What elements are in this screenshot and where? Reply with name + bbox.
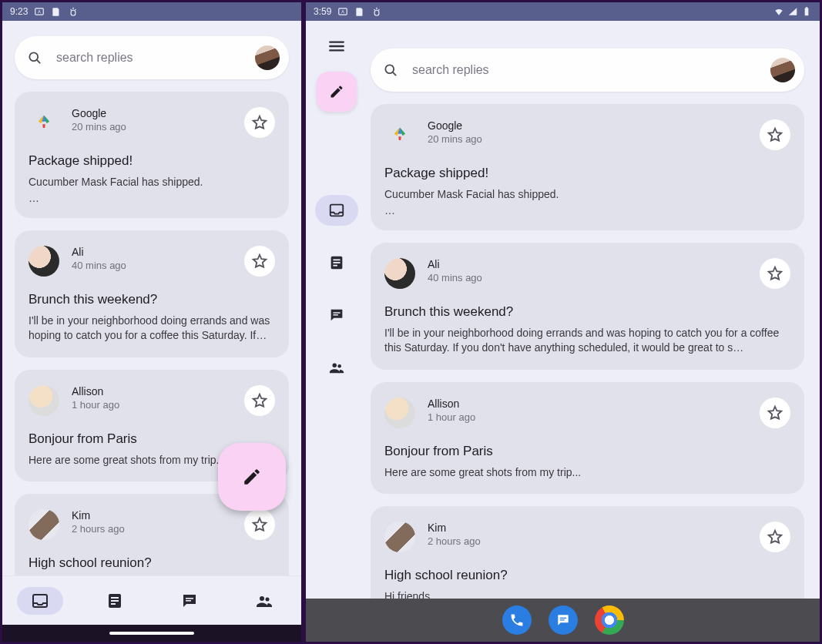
captions-icon: A [337,6,348,17]
signal-icon [787,6,798,17]
wifi-icon [773,6,784,17]
svg-rect-24 [333,259,340,260]
debug-icon [371,6,382,17]
sender-avatar [384,522,415,552]
svg-text:A: A [342,9,345,14]
email-body: Here are some great shots from my trip..… [384,465,790,481]
email-card[interactable]: Google 20 mins ago Package shipped! Cucu… [371,104,804,230]
email-card[interactable]: Google 20 mins ago Package shipped! Cucu… [15,92,289,218]
email-sender: Allison [72,385,244,397]
status-time: 3:59 [314,6,331,17]
svg-rect-25 [333,262,340,263]
nav-groups[interactable] [226,576,301,625]
sd-card-icon [354,6,365,17]
email-time: 20 mins ago [428,133,760,145]
debug-icon [68,6,79,17]
battery-icon [801,6,812,17]
sender-avatar [29,246,59,277]
svg-point-29 [333,364,337,368]
status-time: 9:23 [10,6,28,17]
star-button[interactable] [244,509,275,540]
sender-avatar [384,258,415,289]
google-icon [384,119,415,150]
svg-rect-2 [71,10,75,15]
star-button[interactable] [244,246,275,277]
nav-articles[interactable] [77,576,152,625]
rail-messages[interactable] [315,300,358,330]
email-card[interactable]: Ali 40 mins ago Brunch this weekend? I'l… [371,243,804,370]
svg-rect-33 [559,618,565,619]
edit-icon [329,84,344,99]
email-card[interactable]: Ali 40 mins ago Brunch this weekend? I'l… [15,230,289,357]
email-time: 20 mins ago [72,121,244,132]
article-icon [328,254,345,271]
email-subject: High school reunion? [29,555,275,571]
article-icon [106,592,124,610]
rail-articles[interactable] [315,247,358,278]
email-body: I'll be in your neighborhood doing erran… [384,326,790,356]
chrome-app[interactable] [595,605,624,635]
sender-avatar [29,509,59,540]
phone-frame: 9:23 A search replies [0,0,304,644]
message-icon [555,612,571,628]
sd-card-icon [51,6,62,17]
svg-rect-16 [374,10,379,15]
tablet-frame: 3:59 A [304,0,822,644]
svg-rect-11 [186,600,191,602]
star-button[interactable] [760,119,790,150]
home-handle[interactable] [109,632,194,635]
email-body: Cucumber Mask Facial has shipped. [29,175,275,190]
inbox-icon [328,202,345,219]
email-subject: Bonjour from Paris [384,444,790,459]
email-time: 40 mins ago [72,260,244,271]
phone-status-bar: 9:23 A [2,2,301,21]
menu-button[interactable] [327,36,347,59]
email-time: 1 hour ago [72,399,244,411]
email-time: 2 hours ago [428,535,760,547]
svg-rect-27 [333,312,340,313]
star-button[interactable] [760,258,790,289]
sender-avatar [384,397,415,428]
svg-rect-26 [333,265,337,267]
google-icon [29,107,59,138]
search-bar[interactable]: search replies [15,36,289,79]
email-subject: Package shipped! [29,153,275,169]
email-card[interactable]: Kim 2 hours ago High school reunion? Hi … [371,506,804,599]
svg-rect-8 [111,600,119,602]
star-button[interactable] [760,397,790,428]
nav-inbox[interactable] [2,576,77,625]
email-time: 2 hours ago [72,523,244,535]
rail-groups[interactable] [315,352,358,383]
captions-icon: A [34,6,45,17]
compose-button[interactable] [317,72,357,112]
email-time: 40 mins ago [428,272,760,283]
profile-avatar[interactable] [770,58,795,82]
email-sender: Allison [428,397,760,410]
email-body: Hi friends, [384,589,790,599]
tablet-status-bar: 3:59 A [306,2,820,21]
email-sender: Kim [428,522,760,534]
tablet-main: search replies Google 20 mins ago [367,21,820,599]
email-more: … [384,204,790,216]
star-button[interactable] [760,522,790,552]
compose-fab[interactable] [218,443,286,511]
search-placeholder: search replies [56,51,255,65]
star-button[interactable] [244,385,275,416]
email-card[interactable]: Allison 1 hour ago Bonjour from Paris He… [371,382,804,495]
nav-messages[interactable] [152,576,226,625]
people-icon [328,359,345,376]
email-sender: Ali [72,246,244,258]
phone-app[interactable] [502,605,532,635]
nav-rail [306,21,367,599]
search-icon [383,62,398,78]
messages-app[interactable] [549,605,578,635]
svg-text:A: A [39,9,42,14]
email-time: 1 hour ago [428,411,760,423]
star-button[interactable] [244,107,275,138]
search-bar[interactable]: search replies [371,49,804,92]
svg-point-30 [337,364,341,368]
rail-inbox[interactable] [315,195,358,226]
search-icon [27,50,42,65]
profile-avatar[interactable] [255,45,280,70]
sender-avatar [29,385,59,416]
